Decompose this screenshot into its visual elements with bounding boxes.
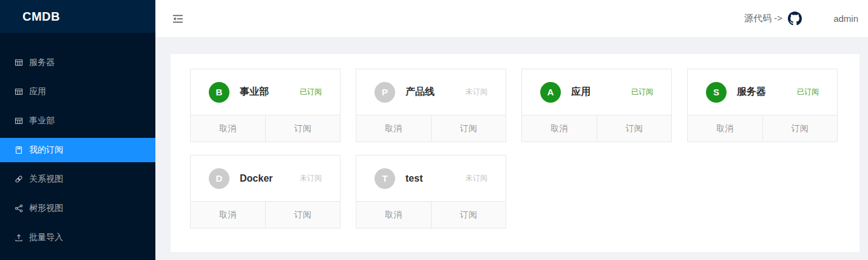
subscription-card: S 服务器 已订阅 取消 订阅 <box>687 69 838 142</box>
avatar: D <box>209 168 229 189</box>
card-grid: B 事业部 已订阅 取消 订阅 P 产品线 <box>190 69 840 228</box>
subscribe-button[interactable]: 订阅 <box>432 202 506 228</box>
sidebar-item-my-subscriptions[interactable]: 我的订阅 <box>0 138 155 162</box>
sidebar-item-servers[interactable]: 服务器 <box>0 50 155 75</box>
table-icon <box>15 58 23 67</box>
sidebar-menu: 服务器 应用 事业部 我的订阅 <box>0 33 155 255</box>
upload-icon <box>15 233 23 242</box>
sidebar-item-business-units[interactable]: 事业部 <box>0 109 155 133</box>
status-badge: 已订阅 <box>797 87 819 97</box>
card-title: Docker <box>240 173 273 184</box>
header-right: 源代码 -> admin <box>744 12 858 26</box>
source-code-link[interactable]: 源代码 -> <box>744 13 782 24</box>
sidebar-item-label: 服务器 <box>29 57 55 68</box>
sidebar-item-label: 树形视图 <box>29 203 63 214</box>
menu-fold-icon[interactable] <box>172 13 184 25</box>
username[interactable]: admin <box>833 13 858 24</box>
avatar: A <box>540 82 561 103</box>
sidebar-item-applications[interactable]: 应用 <box>0 80 155 104</box>
sidebar: CMDB 服务器 应用 事业部 <box>0 0 155 260</box>
content: B 事业部 已订阅 取消 订阅 P 产品线 <box>155 37 868 260</box>
status-badge: 未订阅 <box>300 173 322 183</box>
sidebar-item-tree-view[interactable]: 树形视图 <box>0 196 155 221</box>
status-badge: 未订阅 <box>466 87 487 97</box>
app-logo[interactable]: CMDB <box>0 0 155 33</box>
app-root: CMDB 服务器 应用 事业部 <box>0 0 868 260</box>
github-icon[interactable] <box>788 12 802 26</box>
subscription-card: D Docker 未订阅 取消 订阅 <box>190 155 341 228</box>
card-title: test <box>405 173 422 184</box>
cancel-button[interactable]: 取消 <box>191 115 266 142</box>
subscription-card: T test 未订阅 取消 订阅 <box>356 155 506 228</box>
cancel-button[interactable]: 取消 <box>522 115 597 142</box>
subscription-card: P 产品线 未订阅 取消 订阅 <box>356 69 506 142</box>
status-badge: 未订阅 <box>466 173 487 183</box>
cancel-button[interactable]: 取消 <box>688 115 763 142</box>
status-badge: 已订阅 <box>300 87 322 97</box>
sidebar-item-label: 批量导入 <box>29 232 63 243</box>
card-title: 服务器 <box>737 86 766 98</box>
subscriptions-panel: B 事业部 已订阅 取消 订阅 P 产品线 <box>171 54 860 252</box>
card-title: 应用 <box>571 86 591 98</box>
book-icon <box>15 146 23 154</box>
link-icon <box>15 175 23 183</box>
status-badge: 已订阅 <box>631 87 653 97</box>
share-icon <box>15 204 23 213</box>
subscribe-button[interactable]: 订阅 <box>266 202 341 228</box>
cancel-button[interactable]: 取消 <box>356 115 432 142</box>
sidebar-item-relation-view[interactable]: 关系视图 <box>0 167 155 191</box>
avatar: S <box>706 82 727 103</box>
main-area: 源代码 -> admin B 事业部 已订阅 <box>155 0 868 260</box>
card-title: 事业部 <box>240 86 269 98</box>
sidebar-item-label: 应用 <box>29 86 46 97</box>
subscribe-button[interactable]: 订阅 <box>432 115 506 142</box>
subscribe-button[interactable]: 订阅 <box>266 115 341 142</box>
sidebar-item-batch-import[interactable]: 批量导入 <box>0 225 155 250</box>
card-title: 产品线 <box>405 86 435 98</box>
subscription-card: A 应用 已订阅 取消 订阅 <box>521 69 672 142</box>
header: 源代码 -> admin <box>155 0 868 37</box>
subscribe-button[interactable]: 订阅 <box>763 115 838 142</box>
avatar: T <box>375 168 395 189</box>
table-icon <box>15 87 23 96</box>
sidebar-item-label: 我的订阅 <box>29 145 63 156</box>
cancel-button[interactable]: 取消 <box>356 202 432 228</box>
sidebar-item-label: 事业部 <box>29 115 55 126</box>
cancel-button[interactable]: 取消 <box>191 202 266 228</box>
avatar: B <box>209 82 229 103</box>
subscribe-button[interactable]: 订阅 <box>597 115 672 142</box>
avatar: P <box>375 82 395 103</box>
table-icon <box>15 117 23 125</box>
sidebar-item-label: 关系视图 <box>29 174 63 185</box>
subscription-card: B 事业部 已订阅 取消 订阅 <box>190 69 341 142</box>
